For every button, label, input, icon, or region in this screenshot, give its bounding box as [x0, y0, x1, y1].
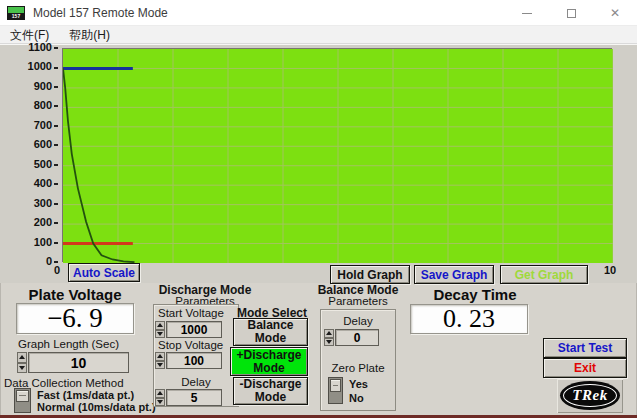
- zero-plate-toggle[interactable]: [328, 377, 343, 404]
- y-axis-tick-label: 0: [14, 255, 58, 268]
- positive-discharge-mode-button[interactable]: +Discharge Mode: [230, 347, 308, 376]
- graph-length-value[interactable]: 10: [28, 352, 129, 373]
- zero-plate-option-yes[interactable]: Yes: [349, 378, 368, 390]
- y-axis-tick-label: 900: [14, 80, 58, 93]
- spin-up-icon[interactable]: [324, 329, 334, 338]
- y-axis-tick-label: 200: [14, 216, 58, 229]
- spin-up-icon[interactable]: [17, 352, 27, 363]
- start-voltage-label: Start Voltage: [158, 307, 224, 319]
- hold-graph-button[interactable]: Hold Graph: [330, 265, 410, 284]
- toggle-handle: [330, 379, 341, 392]
- start-voltage-spinner-arrows: [155, 321, 165, 338]
- y-axis-tick-label: 100: [14, 236, 58, 249]
- discharge-delay-spinner-arrows: [155, 389, 165, 406]
- stop-voltage-value[interactable]: 100: [166, 352, 222, 369]
- discharge-delay-label: Delay: [153, 376, 239, 388]
- balance-delay-spinner-arrows: [324, 329, 334, 346]
- plot-svg: [63, 49, 613, 263]
- data-collection-toggle[interactable]: [14, 388, 31, 413]
- trek-logo-text: TRek: [572, 387, 607, 404]
- decay-chart: [62, 48, 612, 262]
- balance-params-title-2: Parameters: [312, 295, 404, 307]
- trek-logo: TRek: [557, 379, 623, 413]
- window-title: Model 157 Remote Mode: [33, 6, 168, 20]
- x-axis-tick-label-min: 0: [54, 264, 60, 276]
- toggle-handle: [16, 390, 29, 402]
- data-collection-option-normal[interactable]: Normal (10ms/data pt.): [37, 401, 156, 413]
- get-graph-button[interactable]: Get Graph: [500, 265, 588, 284]
- spin-up-icon[interactable]: [155, 321, 165, 330]
- spin-down-icon[interactable]: [155, 361, 165, 370]
- zero-plate-option-no[interactable]: No: [349, 392, 364, 404]
- y-axis-tick-label: 300: [14, 197, 58, 210]
- decay-time-title: Decay Time: [420, 286, 530, 303]
- balance-delay-value[interactable]: 0: [335, 329, 379, 346]
- stop-voltage-spinner-arrows: [155, 352, 165, 369]
- spin-down-icon[interactable]: [155, 398, 165, 407]
- minimize-button[interactable]: [505, 0, 549, 26]
- x-axis-tick-label-max: 10: [604, 264, 616, 276]
- plate-voltage-display: −6. 9: [16, 303, 134, 334]
- y-axis-tick-label: 400: [14, 177, 58, 190]
- y-axis-tick-label: 1100: [14, 41, 58, 54]
- start-voltage-value[interactable]: 1000: [166, 321, 222, 338]
- y-axis-tick-label: 1000: [14, 60, 58, 73]
- menu-help[interactable]: 帮助(H): [59, 26, 120, 44]
- auto-scale-button[interactable]: Auto Scale: [68, 263, 140, 282]
- graph-length-label: Graph Length (Sec): [18, 338, 119, 350]
- app-icon-label: 157: [7, 13, 25, 20]
- menu-bar: 文件(F) 帮助(H): [0, 26, 637, 44]
- start-test-button[interactable]: Start Test: [543, 338, 627, 358]
- zero-plate-label: Zero Plate: [320, 362, 396, 374]
- spin-up-icon[interactable]: [155, 389, 165, 398]
- title-bar: 157 Model 157 Remote Mode ✕: [0, 0, 637, 26]
- maximize-icon: [567, 9, 576, 18]
- close-button[interactable]: ✕: [593, 0, 637, 26]
- spin-down-icon[interactable]: [155, 330, 165, 339]
- balance-delay-label: Delay: [320, 315, 396, 327]
- graph-length-spinner-arrows: [17, 352, 27, 373]
- maximize-button[interactable]: [549, 0, 593, 26]
- y-axis-tick-label: 700: [14, 119, 58, 132]
- y-axis-tick-label: 600: [14, 138, 58, 151]
- exit-button[interactable]: Exit: [543, 358, 627, 378]
- y-axis-tick-label: 800: [14, 99, 58, 112]
- spin-down-icon[interactable]: [324, 338, 334, 347]
- negative-discharge-mode-button[interactable]: -Discharge Mode: [233, 377, 308, 405]
- app-window: { "window": { "title": "Model 157 Remote…: [0, 0, 637, 418]
- spin-up-icon[interactable]: [155, 352, 165, 361]
- decay-time-display: 0. 23: [410, 304, 528, 334]
- data-collection-option-fast[interactable]: Fast (1ms/data pt.): [37, 389, 134, 401]
- y-axis-tick-label: 500: [14, 158, 58, 171]
- trek-logo-ellipse: TRek: [560, 381, 620, 410]
- save-graph-button[interactable]: Save Graph: [414, 265, 494, 284]
- plate-voltage-title: Plate Voltage: [10, 286, 140, 303]
- stop-voltage-label: Stop Voltage: [158, 339, 223, 351]
- minimize-icon: [522, 13, 532, 14]
- balance-mode-button[interactable]: Balance Mode: [233, 318, 308, 346]
- spin-down-icon[interactable]: [17, 363, 27, 374]
- window-controls: ✕: [505, 0, 637, 26]
- close-icon: ✕: [610, 7, 620, 19]
- discharge-delay-value[interactable]: 5: [166, 389, 222, 406]
- app-icon: 157: [7, 6, 25, 20]
